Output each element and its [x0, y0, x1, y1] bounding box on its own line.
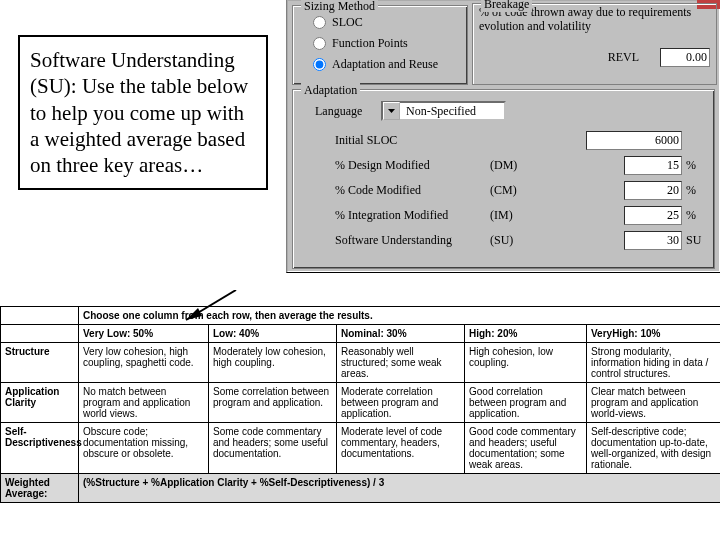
svg-marker-2 [388, 109, 395, 113]
radio-ar[interactable]: Adaptation and Reuse [313, 57, 461, 72]
adapt-field-label: % Design Modified [335, 158, 490, 173]
table-row-header: Structure [1, 343, 79, 383]
adapt-field-row: % Code Modified(CM)% [335, 181, 708, 200]
table-row: StructureVery low cohesion, high couplin… [1, 343, 721, 383]
table-row: Application ClarityNo match between prog… [1, 383, 721, 423]
radio-ar-input[interactable] [313, 58, 326, 71]
adapt-field-input[interactable] [624, 181, 682, 200]
radio-fp-input[interactable] [313, 37, 326, 50]
adapt-field-unit: % [686, 208, 708, 223]
sizing-method-group: Sizing Method SLOC Function Points Adapt… [292, 5, 468, 85]
adapt-field-row: % Design Modified(DM)% [335, 156, 708, 175]
adapt-field-paren: (DM) [490, 158, 530, 173]
table-cell: High cohesion, low coupling. [465, 343, 587, 383]
formula-text: (%Structure + %Application Clarity + %Se… [79, 474, 721, 503]
table-cell: Some code commentary and headers; some u… [209, 423, 337, 474]
table-row-header: Self-Descriptiveness [1, 423, 79, 474]
table-caption-blank [1, 307, 79, 325]
table-col-header: VeryHigh: 10% [587, 325, 721, 343]
table-cell: Moderately low cohesion, high coupling. [209, 343, 337, 383]
breakage-legend: Breakage [481, 0, 532, 12]
table-cell: Strong modularity, information hiding in… [587, 343, 721, 383]
radio-sloc-input[interactable] [313, 16, 326, 29]
adapt-field-unit: % [686, 158, 708, 173]
radio-sloc-label: SLOC [332, 15, 363, 30]
table-cell: Clear match between program and applicat… [587, 383, 721, 423]
table-cell: Self-descriptive code; documentation up-… [587, 423, 721, 474]
table-cell: Reasonably well structured; some weak ar… [337, 343, 465, 383]
su-rating-table: Choose one column from each row, then av… [0, 306, 720, 503]
table-cell: Obscure code; documentation missing, obs… [79, 423, 209, 474]
table-cell: Very low cohesion, high coupling, spaghe… [79, 343, 209, 383]
pointer-arrow [176, 290, 256, 330]
table-col-header: Nominal: 30% [337, 325, 465, 343]
table-cell: Good correlation between program and app… [465, 383, 587, 423]
adapt-field-row: Software Understanding(SU)SU [335, 231, 708, 250]
radio-sloc[interactable]: SLOC [313, 15, 461, 30]
adapt-field-input[interactable] [624, 206, 682, 225]
table-row-header: Application Clarity [1, 383, 79, 423]
adaptation-group: Adaptation Language Non-Specified Initia… [292, 89, 715, 269]
table-row: Self-DescriptivenessObscure code; docume… [1, 423, 721, 474]
formula-label: Weighted Average: [1, 474, 79, 503]
table-cell: Moderate correlation between program and… [337, 383, 465, 423]
chevron-down-icon[interactable] [383, 102, 400, 120]
language-label: Language [315, 104, 381, 119]
language-value: Non-Specified [400, 104, 504, 119]
adaptation-legend: Adaptation [301, 83, 360, 98]
breakage-group: Breakage % of code thrown away due to re… [472, 3, 717, 85]
initial-sloc-label: Initial SLOC [335, 133, 425, 148]
adapt-field-input[interactable] [624, 156, 682, 175]
table-cell: No match between program and application… [79, 383, 209, 423]
callout-box: Software Understanding (SU): Use the tab… [18, 35, 268, 190]
adapt-field-row: % Integration Modified(IM)% [335, 206, 708, 225]
adapt-field-paren: (CM) [490, 183, 530, 198]
table-col-header: High: 20% [465, 325, 587, 343]
sizing-legend: Sizing Method [301, 0, 378, 14]
adapt-field-label: % Code Modified [335, 183, 490, 198]
adapt-field-input[interactable] [624, 231, 682, 250]
svg-marker-1 [186, 308, 202, 320]
radio-fp[interactable]: Function Points [313, 36, 461, 51]
adapt-field-label: Software Understanding [335, 233, 490, 248]
adapt-field-paren: (IM) [490, 208, 530, 223]
dialog-panel: Sizing Method SLOC Function Points Adapt… [286, 0, 720, 273]
table-caption: Choose one column from each row, then av… [79, 307, 721, 325]
table-cell: Good code commentary and headers; useful… [465, 423, 587, 474]
adapt-field-paren: (SU) [490, 233, 530, 248]
adapt-field-unit: SU [686, 233, 708, 248]
table-cell: Moderate level of code commentary, heade… [337, 423, 465, 474]
callout-text: Software Understanding (SU): Use the tab… [30, 48, 248, 177]
revl-input[interactable] [660, 48, 710, 67]
revl-label: REVL [608, 50, 639, 65]
language-dropdown[interactable]: Non-Specified [381, 101, 506, 121]
radio-ar-label: Adaptation and Reuse [332, 57, 438, 72]
radio-fp-label: Function Points [332, 36, 408, 51]
adapt-field-label: % Integration Modified [335, 208, 490, 223]
table-cell: Some correlation between program and app… [209, 383, 337, 423]
adapt-field-unit: % [686, 183, 708, 198]
initial-sloc-input[interactable] [586, 131, 682, 150]
table-col-header [1, 325, 79, 343]
